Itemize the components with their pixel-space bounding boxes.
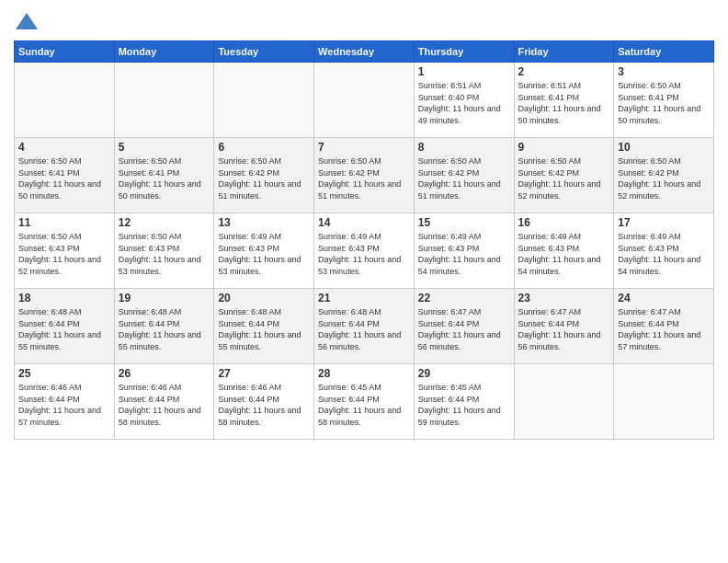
day-cell: 28Sunrise: 6:45 AM Sunset: 6:44 PM Dayli…: [314, 364, 415, 440]
page: SundayMondayTuesdayWednesdayThursdayFrid…: [0, 0, 728, 563]
day-number: 21: [318, 292, 410, 304]
day-number: 22: [418, 292, 510, 304]
day-number: 5: [119, 141, 210, 154]
day-info: Sunrise: 6:45 AM Sunset: 6:44 PM Dayligh…: [418, 382, 510, 428]
day-cell: [214, 63, 314, 138]
day-number: 6: [218, 141, 310, 154]
col-header-tuesday: Tuesday: [214, 41, 314, 63]
day-cell: [514, 364, 614, 440]
day-cell: [114, 63, 214, 138]
day-info: Sunrise: 6:49 AM Sunset: 6:43 PM Dayligh…: [318, 231, 410, 277]
day-info: Sunrise: 6:49 AM Sunset: 6:43 PM Dayligh…: [518, 231, 610, 277]
day-info: Sunrise: 6:46 AM Sunset: 6:44 PM Dayligh…: [18, 382, 110, 428]
day-number: 27: [218, 367, 310, 380]
day-info: Sunrise: 6:48 AM Sunset: 6:44 PM Dayligh…: [218, 306, 310, 352]
day-cell: 2Sunrise: 6:51 AM Sunset: 6:41 PM Daylig…: [514, 63, 614, 138]
day-cell: 7Sunrise: 6:50 AM Sunset: 6:42 PM Daylig…: [314, 138, 415, 213]
day-number: 11: [18, 216, 110, 229]
day-number: 13: [218, 216, 310, 229]
day-cell: 23Sunrise: 6:47 AM Sunset: 6:44 PM Dayli…: [514, 289, 614, 364]
day-number: 24: [618, 292, 710, 304]
col-header-wednesday: Wednesday: [314, 41, 415, 63]
day-number: 19: [119, 292, 210, 304]
day-cell: 27Sunrise: 6:46 AM Sunset: 6:44 PM Dayli…: [214, 364, 314, 440]
day-number: 25: [18, 367, 110, 380]
day-info: Sunrise: 6:47 AM Sunset: 6:44 PM Dayligh…: [418, 306, 510, 352]
day-number: 4: [18, 141, 110, 154]
day-number: 9: [518, 141, 610, 154]
day-cell: 4Sunrise: 6:50 AM Sunset: 6:41 PM Daylig…: [15, 138, 115, 213]
day-info: Sunrise: 6:48 AM Sunset: 6:44 PM Dayligh…: [18, 306, 110, 352]
day-number: 17: [618, 216, 710, 229]
day-cell: 25Sunrise: 6:46 AM Sunset: 6:44 PM Dayli…: [15, 364, 115, 440]
day-info: Sunrise: 6:49 AM Sunset: 6:43 PM Dayligh…: [618, 231, 710, 277]
day-cell: 24Sunrise: 6:47 AM Sunset: 6:44 PM Dayli…: [614, 289, 714, 364]
day-number: 7: [318, 141, 410, 154]
day-info: Sunrise: 6:50 AM Sunset: 6:42 PM Dayligh…: [318, 155, 410, 201]
calendar-header-row: SundayMondayTuesdayWednesdayThursdayFrid…: [15, 41, 714, 63]
day-number: 20: [218, 292, 310, 304]
day-number: 14: [318, 216, 410, 229]
col-header-sunday: Sunday: [15, 41, 115, 63]
day-info: Sunrise: 6:50 AM Sunset: 6:42 PM Dayligh…: [418, 155, 510, 201]
day-number: 23: [518, 292, 610, 304]
day-cell: [15, 63, 115, 138]
day-info: Sunrise: 6:50 AM Sunset: 6:42 PM Dayligh…: [518, 155, 610, 201]
day-number: 1: [418, 65, 510, 78]
week-row-4: 18Sunrise: 6:48 AM Sunset: 6:44 PM Dayli…: [15, 289, 714, 364]
day-cell: 11Sunrise: 6:50 AM Sunset: 6:43 PM Dayli…: [15, 213, 115, 289]
day-cell: 16Sunrise: 6:49 AM Sunset: 6:43 PM Dayli…: [514, 213, 614, 289]
day-cell: 18Sunrise: 6:48 AM Sunset: 6:44 PM Dayli…: [15, 289, 115, 364]
day-cell: 14Sunrise: 6:49 AM Sunset: 6:43 PM Dayli…: [314, 213, 415, 289]
day-cell: 19Sunrise: 6:48 AM Sunset: 6:44 PM Dayli…: [114, 289, 214, 364]
day-number: 16: [518, 216, 610, 229]
day-info: Sunrise: 6:47 AM Sunset: 6:44 PM Dayligh…: [518, 306, 610, 352]
day-number: 18: [18, 292, 110, 304]
day-info: Sunrise: 6:45 AM Sunset: 6:44 PM Dayligh…: [318, 382, 410, 428]
col-header-saturday: Saturday: [614, 41, 714, 63]
day-info: Sunrise: 6:50 AM Sunset: 6:41 PM Dayligh…: [18, 155, 110, 201]
week-row-2: 4Sunrise: 6:50 AM Sunset: 6:41 PM Daylig…: [15, 138, 714, 213]
header: [14, 9, 714, 35]
col-header-thursday: Thursday: [414, 41, 514, 63]
day-cell: 21Sunrise: 6:48 AM Sunset: 6:44 PM Dayli…: [314, 289, 415, 364]
day-cell: 10Sunrise: 6:50 AM Sunset: 6:42 PM Dayli…: [614, 138, 714, 213]
week-row-5: 25Sunrise: 6:46 AM Sunset: 6:44 PM Dayli…: [15, 364, 714, 440]
day-cell: 29Sunrise: 6:45 AM Sunset: 6:44 PM Dayli…: [414, 364, 514, 440]
logo: [14, 9, 43, 35]
logo-icon: [14, 9, 40, 35]
col-header-monday: Monday: [114, 41, 214, 63]
day-cell: 8Sunrise: 6:50 AM Sunset: 6:42 PM Daylig…: [414, 138, 514, 213]
day-cell: 3Sunrise: 6:50 AM Sunset: 6:41 PM Daylig…: [614, 63, 714, 138]
day-info: Sunrise: 6:46 AM Sunset: 6:44 PM Dayligh…: [218, 382, 310, 428]
day-info: Sunrise: 6:46 AM Sunset: 6:44 PM Dayligh…: [119, 382, 210, 428]
day-info: Sunrise: 6:50 AM Sunset: 6:41 PM Dayligh…: [119, 155, 210, 201]
day-cell: 15Sunrise: 6:49 AM Sunset: 6:43 PM Dayli…: [414, 213, 514, 289]
week-row-1: 1Sunrise: 6:51 AM Sunset: 6:40 PM Daylig…: [15, 63, 714, 138]
day-info: Sunrise: 6:50 AM Sunset: 6:41 PM Dayligh…: [618, 80, 710, 126]
day-cell: 20Sunrise: 6:48 AM Sunset: 6:44 PM Dayli…: [214, 289, 314, 364]
day-info: Sunrise: 6:49 AM Sunset: 6:43 PM Dayligh…: [218, 231, 310, 277]
day-info: Sunrise: 6:49 AM Sunset: 6:43 PM Dayligh…: [418, 231, 510, 277]
day-number: 8: [418, 141, 510, 154]
week-row-3: 11Sunrise: 6:50 AM Sunset: 6:43 PM Dayli…: [15, 213, 714, 289]
day-number: 28: [318, 367, 410, 380]
day-number: 10: [618, 141, 710, 154]
day-info: Sunrise: 6:48 AM Sunset: 6:44 PM Dayligh…: [318, 306, 410, 352]
day-info: Sunrise: 6:47 AM Sunset: 6:44 PM Dayligh…: [618, 306, 710, 352]
day-info: Sunrise: 6:50 AM Sunset: 6:42 PM Dayligh…: [618, 155, 710, 201]
day-cell: 17Sunrise: 6:49 AM Sunset: 6:43 PM Dayli…: [614, 213, 714, 289]
day-cell: 5Sunrise: 6:50 AM Sunset: 6:41 PM Daylig…: [114, 138, 214, 213]
day-info: Sunrise: 6:51 AM Sunset: 6:40 PM Dayligh…: [418, 80, 510, 126]
calendar: SundayMondayTuesdayWednesdayThursdayFrid…: [14, 40, 714, 440]
day-cell: 1Sunrise: 6:51 AM Sunset: 6:40 PM Daylig…: [414, 63, 514, 138]
col-header-friday: Friday: [514, 41, 614, 63]
day-number: 2: [518, 65, 610, 78]
day-info: Sunrise: 6:50 AM Sunset: 6:42 PM Dayligh…: [218, 155, 310, 201]
day-number: 26: [119, 367, 210, 380]
day-cell: [614, 364, 714, 440]
day-info: Sunrise: 6:50 AM Sunset: 6:43 PM Dayligh…: [18, 231, 110, 277]
day-cell: 26Sunrise: 6:46 AM Sunset: 6:44 PM Dayli…: [114, 364, 214, 440]
day-cell: 12Sunrise: 6:50 AM Sunset: 6:43 PM Dayli…: [114, 213, 214, 289]
day-cell: 6Sunrise: 6:50 AM Sunset: 6:42 PM Daylig…: [214, 138, 314, 213]
